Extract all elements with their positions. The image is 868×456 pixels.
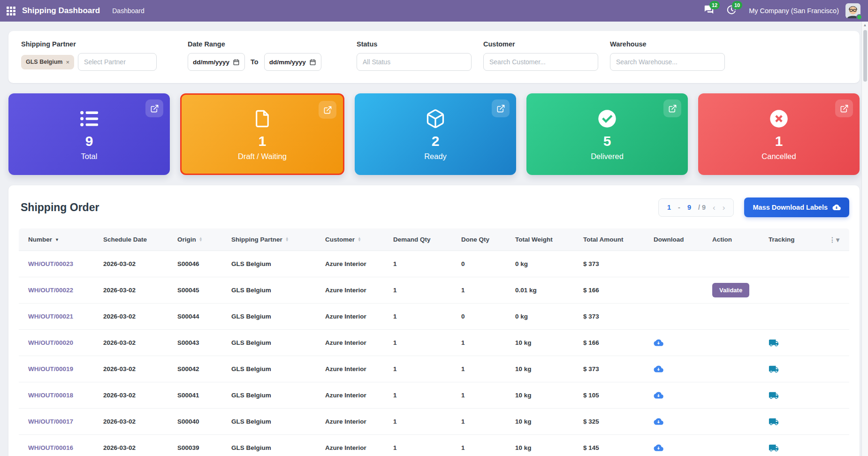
cell-schedule-date: 2026-03-02 bbox=[103, 339, 177, 346]
stat-card-draft-waiting[interactable]: 1Draft / Waiting bbox=[180, 93, 344, 175]
download-label-icon[interactable] bbox=[654, 443, 712, 453]
order-number-link[interactable]: WH/OUT/00021 bbox=[28, 313, 73, 320]
cell-number: WH/OUT/00019 bbox=[28, 365, 103, 372]
sort-icon: ▲▼ bbox=[358, 237, 361, 242]
cell-total-weight: 10 kg bbox=[515, 444, 583, 451]
cell-origin: S00039 bbox=[177, 444, 231, 451]
warehouse-search-input[interactable] bbox=[610, 53, 725, 71]
column-header-shipping-partner[interactable]: Shipping Partner▲▼ bbox=[231, 236, 325, 243]
tracking-truck-icon[interactable] bbox=[769, 338, 822, 348]
status-input[interactable] bbox=[357, 53, 472, 71]
order-number-link[interactable]: WH/OUT/00023 bbox=[28, 260, 73, 267]
cell-total-weight: 0 kg bbox=[515, 260, 583, 267]
tracking-truck-icon[interactable] bbox=[769, 417, 822, 427]
column-label: Schedule Date bbox=[103, 236, 147, 243]
cell-origin: S00042 bbox=[177, 365, 231, 372]
mass-download-label: Mass Download Labels bbox=[753, 204, 828, 211]
stat-card-ready[interactable]: 2Ready bbox=[355, 93, 516, 175]
column-header-customer[interactable]: Customer▲▼ bbox=[325, 236, 393, 243]
customer-search-input[interactable] bbox=[483, 53, 598, 71]
user-avatar[interactable] bbox=[845, 3, 860, 18]
cell-customer: Azure Interior bbox=[325, 313, 393, 320]
cell-total-amount: $ 373 bbox=[583, 365, 654, 372]
download-label-icon[interactable] bbox=[654, 390, 712, 400]
prev-page-button[interactable]: ‹ bbox=[713, 204, 716, 212]
table-row: WH/OUT/000222026-03-02S00045GLS BelgiumA… bbox=[19, 277, 849, 304]
activities-button[interactable]: 10 bbox=[726, 5, 737, 17]
cell-origin: S00041 bbox=[177, 392, 231, 399]
table-row: WH/OUT/000192026-03-02S00042GLS BelgiumA… bbox=[19, 356, 849, 382]
shipping-partner-label: Shipping Partner bbox=[21, 40, 157, 48]
column-label: Demand Qty bbox=[393, 236, 431, 243]
download-label-icon[interactable] bbox=[654, 338, 712, 348]
column-header-done-qty: Done Qty bbox=[461, 236, 515, 243]
next-page-button[interactable]: › bbox=[723, 204, 725, 212]
app-title[interactable]: Shipping Dashboard bbox=[22, 6, 100, 15]
column-header-total-weight: Total Weight bbox=[515, 236, 583, 243]
external-link-icon[interactable] bbox=[663, 99, 681, 117]
remove-tag-icon[interactable]: × bbox=[66, 59, 69, 66]
stat-card-delivered[interactable]: 5Delivered bbox=[526, 93, 688, 175]
cell-customer: Azure Interior bbox=[325, 260, 393, 267]
cell-origin: S00046 bbox=[177, 260, 231, 267]
column-header-schedule-date: Schedule Date bbox=[103, 236, 177, 243]
cell-number: WH/OUT/00017 bbox=[28, 418, 103, 425]
cell-origin: S00044 bbox=[177, 313, 231, 320]
stat-card-total[interactable]: 9Total bbox=[8, 93, 170, 175]
cell-number: WH/OUT/00018 bbox=[28, 392, 103, 399]
cell-shipping-partner: GLS Belgium bbox=[231, 260, 325, 267]
cell-done-qty: 1 bbox=[461, 287, 515, 294]
optional-columns-icon[interactable]: ⋮▾ bbox=[829, 236, 840, 243]
stat-card-cancelled[interactable]: 1Cancelled bbox=[698, 93, 860, 175]
partner-search-input[interactable] bbox=[78, 53, 157, 71]
order-number-link[interactable]: WH/OUT/00019 bbox=[28, 365, 73, 372]
external-link-icon[interactable] bbox=[835, 99, 853, 117]
cell-schedule-date: 2026-03-02 bbox=[103, 313, 177, 320]
cell-demand-qty: 1 bbox=[393, 365, 461, 372]
external-link-icon[interactable] bbox=[145, 99, 163, 117]
external-link-icon[interactable] bbox=[492, 99, 510, 117]
column-header-tracking: Tracking bbox=[769, 236, 822, 243]
tracking-truck-icon[interactable] bbox=[769, 443, 822, 453]
order-number-link[interactable]: WH/OUT/00022 bbox=[28, 287, 73, 294]
stat-card-value: 1 bbox=[775, 133, 783, 149]
cell-total-amount: $ 105 bbox=[583, 392, 654, 399]
cell-schedule-date: 2026-03-02 bbox=[103, 418, 177, 425]
order-number-link[interactable]: WH/OUT/00016 bbox=[28, 444, 73, 451]
apps-grid-icon[interactable] bbox=[7, 7, 15, 15]
messages-button[interactable]: 12 bbox=[704, 5, 714, 17]
order-number-link[interactable]: WH/OUT/00018 bbox=[28, 392, 73, 399]
column-header-origin[interactable]: Origin▲▼ bbox=[177, 236, 231, 243]
stat-card-label: Ready bbox=[424, 152, 447, 161]
order-number-link[interactable]: WH/OUT/00017 bbox=[28, 418, 73, 425]
cell-origin: S00040 bbox=[177, 418, 231, 425]
download-label-icon[interactable] bbox=[654, 417, 712, 426]
download-label-icon[interactable] bbox=[654, 364, 712, 374]
page-total: / 9 bbox=[698, 204, 706, 211]
cell-total-weight: 10 kg bbox=[515, 339, 583, 346]
scrollbar-thumb[interactable] bbox=[863, 30, 867, 82]
cell-demand-qty: 1 bbox=[393, 339, 461, 346]
company-switcher[interactable]: My Company (San Francisco) bbox=[749, 7, 839, 15]
validate-button[interactable]: Validate bbox=[712, 283, 749, 297]
stat-card-label: Cancelled bbox=[761, 152, 796, 161]
file-icon bbox=[252, 108, 272, 129]
column-header-number[interactable]: Number▼ bbox=[28, 236, 103, 243]
table-row: WH/OUT/000162026-03-02S00039GLS BelgiumA… bbox=[19, 435, 849, 456]
stat-card-value: 5 bbox=[603, 133, 611, 149]
activities-badge: 10 bbox=[732, 1, 742, 9]
tracking-truck-icon[interactable] bbox=[769, 364, 822, 374]
tracking-truck-icon[interactable] bbox=[769, 390, 822, 401]
mass-download-labels-button[interactable]: Mass Download Labels bbox=[744, 198, 849, 217]
cell-total-amount: $ 325 bbox=[583, 418, 654, 425]
table-row: WH/OUT/000182026-03-02S00041GLS BelgiumA… bbox=[19, 382, 849, 409]
date-from-input[interactable]: dd/mm/yyyy bbox=[188, 53, 245, 71]
scrollbar-up-arrow[interactable]: ▲ bbox=[862, 22, 868, 27]
vertical-scrollbar[interactable]: ▲ bbox=[861, 22, 868, 456]
date-to-input[interactable]: dd/mm/yyyy bbox=[264, 53, 321, 71]
order-number-link[interactable]: WH/OUT/00020 bbox=[28, 339, 73, 346]
stat-cards-row: 9Total1Draft / Waiting2Ready5Delivered1C… bbox=[8, 93, 860, 175]
menu-dashboard[interactable]: Dashboard bbox=[112, 7, 145, 15]
external-link-icon[interactable] bbox=[319, 101, 336, 119]
date-to-value: dd/mm/yyyy bbox=[269, 59, 306, 66]
